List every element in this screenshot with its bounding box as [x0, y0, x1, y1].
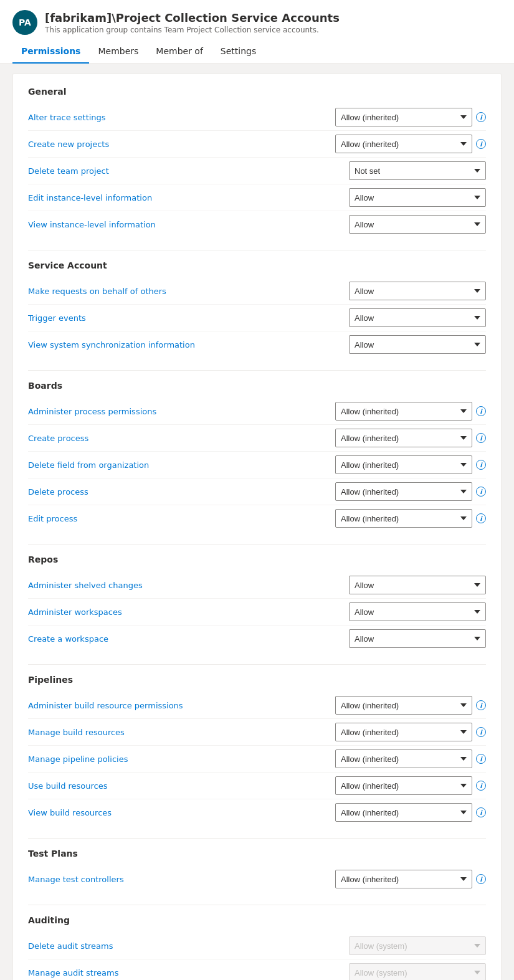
info-icon[interactable]: i [476, 460, 486, 470]
permission-select[interactable]: Not setAllowAllow (inherited)DenyDeny (i… [349, 282, 486, 300]
permission-select-wrapper: Not setAllowAllow (inherited)DenyDeny (i… [335, 723, 486, 741]
permission-row: View system synchronization informationN… [28, 331, 486, 358]
permission-label: Trigger events [28, 313, 349, 323]
page-title: [fabrikam]\Project Collection Service Ac… [45, 11, 340, 24]
permission-row: Delete audit streamsNot setAllowAllow (i… [28, 933, 486, 959]
permission-select-wrapper: Not setAllowAllow (inherited)DenyDeny (i… [349, 335, 486, 354]
info-icon[interactable]: i [476, 433, 486, 443]
section-repos: ReposAdminister shelved changesNot setAl… [28, 554, 486, 652]
permission-select[interactable]: Not setAllowAllow (inherited)DenyDeny (i… [349, 188, 486, 207]
permission-select-wrapper: Not setAllowAllow (inherited)DenyDeny (i… [335, 776, 486, 795]
permission-label: Manage build resources [28, 728, 335, 737]
section-service-account: Service AccountMake requests on behalf o… [28, 260, 486, 358]
permission-row: Use build resourcesNot setAllowAllow (in… [28, 773, 486, 799]
permission-row: View build resourcesNot setAllowAllow (i… [28, 799, 486, 825]
permission-select[interactable]: Not setAllowAllow (inherited)DenyDeny (i… [349, 602, 486, 621]
info-icon[interactable]: i [476, 487, 486, 497]
info-icon[interactable]: i [476, 807, 486, 817]
permission-select-wrapper: Not setAllowAllow (inherited)DenyDeny (i… [349, 602, 486, 621]
permission-select-wrapper: Not setAllowAllow (inherited)DenyDeny (i… [335, 135, 486, 153]
section-auditing: AuditingDelete audit streamsNot setAllow… [28, 915, 486, 980]
permission-select-wrapper: Not setAllowAllow (inherited)DenyDeny (i… [335, 108, 486, 126]
section-title: Service Account [28, 260, 486, 270]
permission-select[interactable]: Not setAllowAllow (inherited)DenyDeny (i… [349, 963, 486, 980]
permission-select-wrapper: Not setAllowAllow (inherited)DenyDeny (i… [335, 455, 486, 474]
permission-select[interactable]: Not setAllowAllow (inherited)DenyDeny (i… [335, 776, 472, 795]
permission-label: Edit instance-level information [28, 193, 349, 202]
tab-settings[interactable]: Settings [212, 40, 265, 64]
permission-row: Delete processNot setAllowAllow (inherit… [28, 478, 486, 505]
section-general: GeneralAlter trace settingsNot setAllowA… [28, 87, 486, 237]
section-title: Test Plans [28, 849, 486, 859]
permission-label: Delete process [28, 487, 335, 497]
permission-label: Use build resources [28, 781, 335, 791]
info-icon[interactable]: i [476, 754, 486, 764]
permission-select[interactable]: Not setAllowAllow (inherited)DenyDeny (i… [349, 308, 486, 327]
info-icon[interactable]: i [476, 700, 486, 710]
tab-permissions[interactable]: Permissions [12, 40, 89, 64]
section-divider [28, 544, 486, 545]
permission-select[interactable]: Not setAllowAllow (inherited)DenyDeny (i… [349, 629, 486, 648]
permission-select[interactable]: Not setAllowAllow (inherited)DenyDeny (i… [349, 161, 486, 180]
info-icon[interactable]: i [476, 112, 486, 122]
permission-select[interactable]: Not setAllowAllow (inherited)DenyDeny (i… [335, 870, 472, 888]
permission-select[interactable]: Not setAllowAllow (inherited)DenyDeny (i… [349, 576, 486, 594]
permission-select[interactable]: Not setAllowAllow (inherited)DenyDeny (i… [335, 723, 472, 741]
tab-member-of[interactable]: Member of [147, 40, 212, 64]
section-divider [28, 370, 486, 371]
permission-select[interactable]: Not setAllowAllow (inherited)DenyDeny (i… [335, 135, 472, 153]
permission-select-wrapper: Not setAllowAllow (inherited)DenyDeny (i… [349, 576, 486, 594]
permission-select-wrapper: Not setAllowAllow (inherited)DenyDeny (i… [335, 696, 486, 715]
permission-label: Delete team project [28, 166, 349, 176]
permission-row: Create new projectsNot setAllowAllow (in… [28, 131, 486, 158]
section-divider [28, 664, 486, 665]
permission-label: Create new projects [28, 140, 335, 149]
permission-label: Administer process permissions [28, 407, 335, 416]
info-icon[interactable]: i [476, 406, 486, 416]
permission-select-wrapper: Not setAllowAllow (inherited)DenyDeny (i… [349, 629, 486, 648]
permission-select[interactable]: Not setAllowAllow (inherited)DenyDeny (i… [349, 936, 486, 955]
section-title: General [28, 87, 486, 97]
page-subtitle: This application group contains Team Pro… [45, 26, 340, 34]
permission-select[interactable]: Not setAllowAllow (inherited)DenyDeny (i… [335, 803, 472, 822]
permission-select[interactable]: Not setAllowAllow (inherited)DenyDeny (i… [335, 509, 472, 528]
permission-row: Administer workspacesNot setAllowAllow (… [28, 599, 486, 626]
permission-label: Manage audit streams [28, 968, 349, 978]
permission-select-wrapper: Not setAllowAllow (inherited)DenyDeny (i… [349, 215, 486, 234]
section-title: Boards [28, 381, 486, 391]
permission-row: Administer shelved changesNot setAllowAl… [28, 572, 486, 599]
section-title: Auditing [28, 915, 486, 925]
permission-row: Administer process permissionsNot setAll… [28, 398, 486, 425]
permission-row: Create a workspaceNot setAllowAllow (inh… [28, 626, 486, 652]
permission-label: Administer build resource permissions [28, 701, 335, 710]
section-title: Repos [28, 554, 486, 564]
tab-members[interactable]: Members [89, 40, 147, 64]
permission-row: Trigger eventsNot setAllowAllow (inherit… [28, 305, 486, 331]
info-icon[interactable]: i [476, 139, 486, 149]
permission-select-wrapper: Not setAllowAllow (inherited)DenyDeny (i… [335, 482, 486, 501]
info-icon[interactable]: i [476, 727, 486, 737]
avatar: PA [12, 10, 37, 35]
permission-row: Alter trace settingsNot setAllowAllow (i… [28, 104, 486, 131]
info-icon[interactable]: i [476, 874, 486, 884]
permission-select[interactable]: Not setAllowAllow (inherited)DenyDeny (i… [335, 482, 472, 501]
permission-label: Alter trace settings [28, 113, 335, 122]
header-text: [fabrikam]\Project Collection Service Ac… [45, 11, 340, 34]
permission-select[interactable]: Not setAllowAllow (inherited)DenyDeny (i… [349, 335, 486, 354]
permission-select-wrapper: Not setAllowAllow (inherited)DenyDeny (i… [335, 870, 486, 888]
permission-select[interactable]: Not setAllowAllow (inherited)DenyDeny (i… [335, 402, 472, 421]
info-icon[interactable]: i [476, 781, 486, 791]
permission-label: Make requests on behalf of others [28, 287, 349, 296]
permission-select[interactable]: Not setAllowAllow (inherited)DenyDeny (i… [335, 749, 472, 768]
permission-select[interactable]: Not setAllowAllow (inherited)DenyDeny (i… [335, 696, 472, 715]
info-icon[interactable]: i [476, 513, 486, 523]
permission-select[interactable]: Not setAllowAllow (inherited)DenyDeny (i… [335, 108, 472, 126]
permission-select[interactable]: Not setAllowAllow (inherited)DenyDeny (i… [335, 455, 472, 474]
permission-select[interactable]: Not setAllowAllow (inherited)DenyDeny (i… [349, 215, 486, 234]
permission-row: Manage test controllersNot setAllowAllow… [28, 866, 486, 892]
permission-row: View instance-level informationNot setAl… [28, 211, 486, 237]
section-divider [28, 250, 486, 250]
permission-label: Create process [28, 434, 335, 443]
permission-select[interactable]: Not setAllowAllow (inherited)DenyDeny (i… [335, 429, 472, 447]
permission-row: Edit processNot setAllowAllow (inherited… [28, 505, 486, 531]
